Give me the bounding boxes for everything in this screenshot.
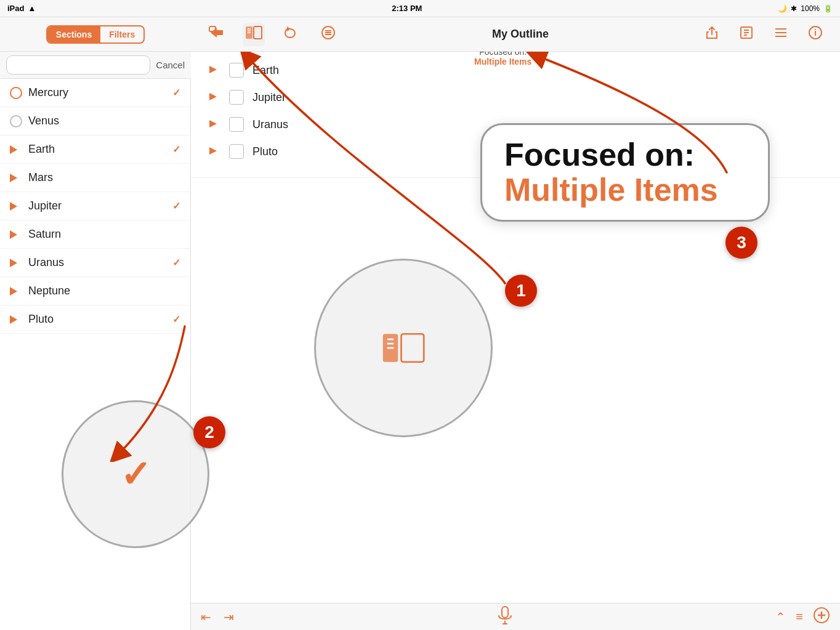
jupiter-check: ✓	[172, 200, 180, 212]
status-bar-right: 🌙 ✱ 100% 🔋	[778, 4, 833, 13]
step-badge-2: 2	[193, 416, 225, 448]
outline-label-jupiter: Jupiter	[252, 91, 286, 104]
search-input[interactable]	[6, 55, 150, 75]
outline-label-uranus: Uranus	[252, 118, 288, 131]
mercury-label: Mercury	[28, 86, 172, 99]
export-button[interactable]	[734, 23, 759, 46]
wifi-icon: ▲	[28, 4, 36, 13]
sidebar-item-uranus[interactable]: Uranus ✓	[0, 249, 190, 277]
focused-callout-bubble: Focused on: Multiple Items	[480, 123, 770, 222]
next-button[interactable]: ⇥	[224, 610, 234, 624]
expand-icon-saturn	[10, 230, 22, 239]
venus-label: Venus	[28, 115, 180, 127]
mercury-check: ✓	[172, 87, 180, 99]
saturn-label: Saturn	[28, 228, 180, 241]
sidebar: Mercury ✓ Venus Earth ✓ Mars Jupiter ✓	[0, 79, 191, 630]
outline-checkbox-earth[interactable]	[229, 63, 244, 78]
bottom-nav-buttons: ⇤ ⇥	[201, 610, 234, 624]
moon-icon: 🌙	[778, 4, 787, 13]
toolbar-center-icons	[191, 23, 353, 46]
svg-marker-26	[10, 315, 17, 324]
svg-marker-30	[209, 147, 217, 155]
pluto-label: Pluto	[28, 313, 172, 326]
sidebar-item-jupiter[interactable]: Jupiter ✓	[0, 192, 190, 220]
sidebar-item-pluto[interactable]: Pluto ✓	[0, 305, 190, 334]
svg-marker-25	[10, 287, 17, 296]
jupiter-label: Jupiter	[28, 200, 172, 212]
sidebar-item-neptune[interactable]: Neptune	[0, 277, 190, 305]
svg-marker-28	[209, 93, 217, 100]
svg-marker-6	[287, 26, 291, 31]
bluetooth-icon: ✱	[791, 4, 797, 13]
prev-button[interactable]: ⇤	[201, 610, 211, 624]
sidebar-item-saturn[interactable]: Saturn	[0, 220, 190, 249]
status-bar: iPad ▲ 2:13 PM 🌙 ✱ 100% 🔋	[0, 0, 840, 17]
svg-marker-29	[209, 120, 217, 127]
expand-icon-uranus	[10, 259, 22, 267]
menu-button[interactable]	[315, 23, 341, 46]
search-bar: 🔍 Cancel	[0, 52, 191, 79]
earth-label: Earth	[28, 143, 172, 156]
callout-focused-subtitle: Multiple Items	[504, 172, 746, 208]
svg-marker-22	[10, 202, 17, 211]
step-badge-1: 1	[505, 275, 537, 307]
uranus-label: Uranus	[28, 256, 172, 269]
svg-rect-2	[254, 26, 262, 39]
sections-filters-tabs[interactable]: Sections Filters	[46, 25, 145, 44]
expand-icon-earth	[10, 145, 22, 154]
svg-marker-21	[10, 174, 17, 182]
sections-tab[interactable]: Sections	[47, 26, 100, 42]
up-button[interactable]: ⌃	[775, 607, 786, 627]
sidebar-item-mercury[interactable]: Mercury ✓	[0, 79, 190, 107]
pluto-check: ✓	[172, 313, 180, 325]
ipad-label: iPad	[7, 4, 24, 13]
add-button[interactable]	[813, 607, 830, 627]
mic-button[interactable]	[496, 605, 514, 629]
outline-label-earth: Earth	[252, 64, 279, 77]
svg-marker-24	[10, 259, 17, 267]
svg-rect-38	[402, 334, 424, 362]
outline-expand-jupiter	[209, 93, 220, 102]
cancel-button[interactable]: Cancel	[156, 60, 185, 70]
panel-zoom-circle	[314, 259, 493, 437]
outline-title: My Outline	[353, 28, 687, 41]
mars-label: Mars	[28, 171, 180, 184]
back-folder-button[interactable]	[203, 23, 230, 46]
outline-label-pluto: Pluto	[252, 145, 278, 158]
svg-text:i: i	[814, 28, 817, 38]
neptune-label: Neptune	[28, 285, 180, 297]
filters-tab[interactable]: Filters	[100, 26, 143, 42]
main-content: ▶ Mercury Earth Jupiter Uranus	[191, 17, 840, 603]
sidebar-item-venus[interactable]: Venus	[0, 107, 190, 135]
sidebar-item-earth[interactable]: Earth ✓	[0, 135, 190, 164]
outline-checkbox-jupiter[interactable]	[229, 90, 244, 105]
outline-expand-pluto	[209, 147, 220, 156]
expand-icon-neptune	[10, 287, 22, 296]
step-badge-3: 3	[725, 227, 757, 259]
toolbar-right-icons: i	[687, 23, 840, 46]
outline-item-jupiter[interactable]: Jupiter	[209, 84, 822, 111]
outline-checkbox-uranus[interactable]	[229, 117, 244, 132]
outline-checkbox-pluto[interactable]	[229, 144, 244, 159]
battery-label: 100%	[801, 4, 820, 13]
sidebar-item-mars[interactable]: Mars	[0, 164, 190, 192]
toolbar-left: Sections Filters	[0, 25, 191, 44]
panel-view-icon-large	[382, 331, 425, 365]
panel-view-button[interactable]	[243, 23, 265, 46]
bottom-bar: ⇤ ⇥ ⌃ ≡	[191, 603, 840, 630]
circle-icon-mercury	[10, 87, 22, 99]
checkmark-icon-large: ✓	[120, 453, 151, 496]
share-button[interactable]	[700, 23, 724, 46]
info-button[interactable]: i	[803, 23, 828, 46]
focused-value-small: Multiple Items	[474, 57, 531, 67]
bottom-right-buttons: ⌃ ≡	[775, 607, 830, 627]
status-bar-left: iPad ▲	[7, 4, 36, 13]
undo-button[interactable]	[277, 23, 303, 46]
time-display: 2:13 PM	[392, 4, 422, 13]
search-wrapper: 🔍	[6, 55, 151, 75]
circle-icon-venus	[10, 115, 22, 127]
list-button[interactable]: ≡	[796, 607, 803, 627]
list-format-button[interactable]	[769, 23, 793, 46]
svg-marker-20	[10, 145, 17, 154]
svg-rect-31	[502, 607, 508, 618]
